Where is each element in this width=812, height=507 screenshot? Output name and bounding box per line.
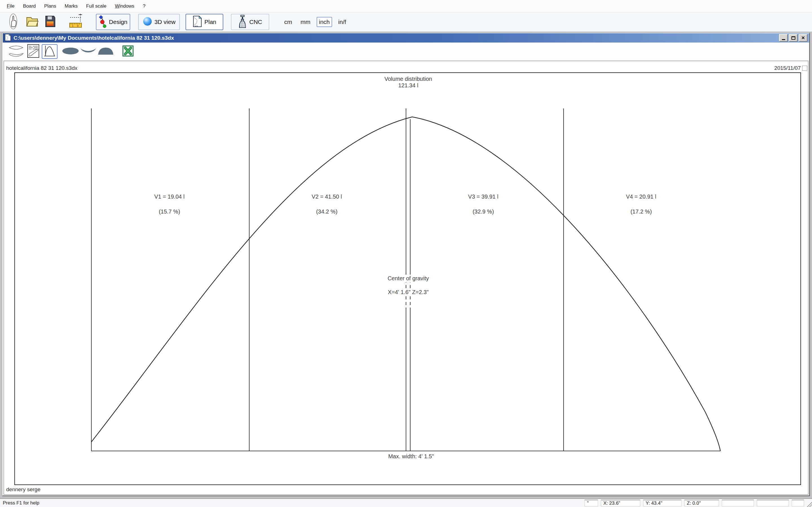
ruler-dimensions-icon: 1 0	[68, 13, 84, 31]
unit-mm[interactable]: mm	[298, 17, 313, 27]
sphere-3d-icon	[143, 17, 152, 27]
center-of-gravity-title: Center of gravity	[386, 275, 432, 282]
close-icon: ✕	[801, 35, 805, 41]
maximize-button[interactable]	[789, 34, 798, 42]
status-empty-panel-2	[757, 500, 789, 506]
design-view-button[interactable]: Design	[96, 14, 130, 30]
status-y-coordinate: Y: 43.4"	[643, 500, 681, 506]
v1-percent: (15.7 %)	[154, 209, 185, 215]
maximize-icon	[792, 36, 795, 40]
svg-text:0: 0	[77, 24, 79, 27]
svg-text:1: 1	[72, 24, 73, 27]
center-of-gravity-block: Center of gravity X=4' 1.6" Z=2.3"	[386, 275, 432, 302]
3d-view-button[interactable]: 3D view	[138, 14, 180, 30]
hand-board-icon	[7, 13, 19, 31]
chart-title-block: Volume distribution 121.34 l	[385, 76, 432, 89]
design-button-label: Design	[109, 18, 127, 25]
status-empty-panel-1	[722, 500, 754, 506]
status-help-text: Press F1 for help	[0, 500, 585, 506]
section-v3-label: V3 = 39.91 l (32.9 %)	[468, 193, 498, 223]
unit-inf[interactable]: in/f	[336, 17, 349, 27]
document-name-label: hotelcalifornia 82 31 120.s3dx	[6, 65, 77, 71]
design-nodes-icon	[99, 15, 107, 29]
plan-view-button[interactable]: Plan	[186, 14, 223, 30]
section-v4-label: V4 = 20.91 l (17.2 %)	[626, 193, 656, 223]
center-of-gravity-value: X=4' 1.6" Z=2.3"	[386, 288, 431, 296]
menu-windows[interactable]: Windows	[111, 2, 138, 10]
chart-total-volume: 121.34 l	[385, 82, 432, 89]
measurements-button[interactable]: 1 0	[68, 14, 84, 30]
cnc-mill-icon	[238, 15, 247, 30]
filled-section-icon	[98, 47, 114, 56]
status-empty-panel-3	[792, 500, 804, 506]
menu-board[interactable]: Board	[19, 2, 39, 10]
status-x-coordinate: X: 23.6"	[601, 500, 640, 506]
menu-file[interactable]: File	[3, 2, 18, 10]
logo-placeholder-box	[802, 66, 807, 71]
minimize-icon	[782, 39, 785, 40]
v3-volume: V3 = 39.91 l	[468, 193, 498, 200]
filled-outline-button[interactable]	[61, 44, 80, 59]
menu-plans[interactable]: Plans	[41, 2, 60, 10]
filled-rocker-icon	[80, 47, 97, 56]
unit-inch[interactable]: inch	[317, 17, 332, 27]
resize-grip[interactable]	[806, 501, 812, 507]
filled-section-button[interactable]	[97, 44, 114, 59]
volume-curve-button[interactable]	[42, 44, 57, 59]
max-width-label: Max. width: 4' 1.5"	[388, 453, 434, 460]
minimize-button[interactable]	[779, 34, 788, 42]
status-panels: " X: 23.6" Y: 43.4" Z: 0.0"	[585, 500, 804, 506]
cnc-view-button[interactable]: CNC	[231, 14, 269, 30]
filled-outline-icon	[62, 47, 79, 56]
unit-cm[interactable]: cm	[282, 17, 294, 27]
status-bar: Press F1 for help " X: 23.6" Y: 43.4" Z:…	[0, 498, 812, 507]
chart-title: Volume distribution	[385, 76, 432, 82]
status-unit-indicator: "	[585, 500, 598, 506]
export-excel-button[interactable]	[121, 44, 135, 59]
section-v2-label: V2 = 41.50 l (34.2 %)	[312, 193, 342, 223]
3d-view-button-label: 3D view	[154, 18, 175, 25]
select-tool-button[interactable]	[6, 14, 20, 30]
menu-bar: File Board Plans Marks Full scale Window…	[0, 0, 812, 12]
view-toolbar	[3, 43, 809, 61]
mdi-client-area: C:\users\dennery\My Documents\hotelcalif…	[0, 32, 812, 498]
v3-percent: (32.9 %)	[468, 209, 498, 215]
document-window-titlebar[interactable]: C:\users\dennery\My Documents\hotelcalif…	[3, 33, 809, 43]
v4-percent: (17.2 %)	[626, 209, 656, 215]
outline-views-button[interactable]	[7, 44, 25, 59]
open-file-button[interactable]	[25, 14, 40, 30]
menu-marks[interactable]: Marks	[61, 2, 81, 10]
v2-percent: (34.2 %)	[312, 209, 342, 215]
v1-volume: V1 = 19.04 l	[154, 193, 185, 200]
document-window-title: C:\users\dennery\My Documents\hotelcalif…	[13, 35, 777, 41]
cnc-button-label: CNC	[249, 18, 262, 25]
save-floppy-icon	[44, 15, 56, 29]
close-button[interactable]: ✕	[799, 34, 808, 42]
document-date-label: 2015/11/07	[774, 65, 801, 71]
menu-help[interactable]: ?	[139, 2, 149, 10]
main-toolbar: 1 0 Design 3D view	[0, 12, 812, 32]
section-v1-label: V1 = 19.04 l (15.7 %)	[154, 193, 185, 223]
filled-rocker-button[interactable]	[80, 44, 97, 59]
volume-curve-icon	[43, 45, 56, 59]
document-window: C:\users\dennery\My Documents\hotelcalif…	[2, 33, 810, 496]
v2-volume: V2 = 41.50 l	[312, 193, 342, 200]
excel-export-icon	[122, 45, 134, 58]
spec-sheet-icon	[27, 44, 40, 59]
menu-full-scale[interactable]: Full scale	[83, 2, 110, 10]
outline-views-icon	[8, 44, 24, 59]
save-file-button[interactable]	[43, 14, 57, 30]
spec-sheet-button[interactable]	[26, 44, 41, 59]
plan-document-icon	[193, 15, 202, 29]
v4-volume: V4 = 20.91 l	[626, 193, 656, 200]
unit-selector: cm mm inch in/f	[282, 14, 349, 30]
plan-button-label: Plan	[204, 18, 216, 25]
open-folder-icon	[26, 15, 39, 29]
document-author-label: dennery serge	[6, 487, 40, 493]
document-icon	[4, 34, 11, 42]
document-page: hotelcalifornia 82 31 120.s3dx 2015/11/0…	[4, 61, 808, 495]
status-z-coordinate: Z: 0.0"	[684, 500, 719, 506]
